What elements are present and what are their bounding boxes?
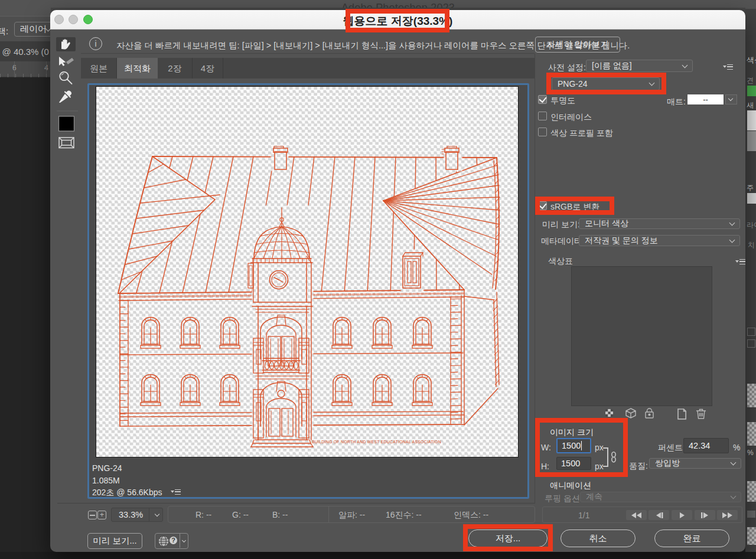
svg-text:BUILDING OF NORTH AND WEST EDU: BUILDING OF NORTH AND WEST EDUCATIONAL A… [312, 440, 441, 444]
